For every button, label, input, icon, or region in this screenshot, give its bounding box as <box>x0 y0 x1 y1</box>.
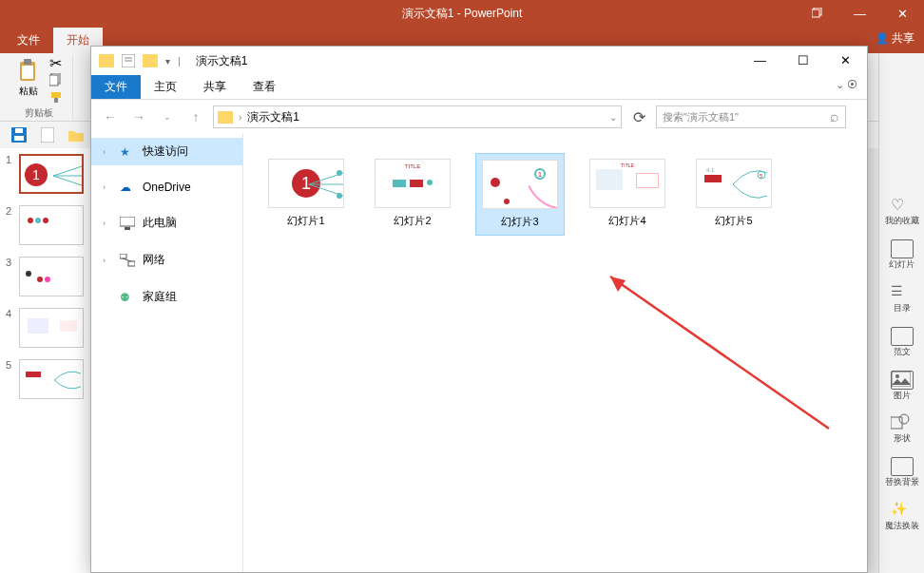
nav-network[interactable]: › 网络 <box>91 246 242 274</box>
file-item-4[interactable]: TITLE 幻灯片4 <box>584 153 671 234</box>
svg-line-13 <box>53 166 82 176</box>
search-input[interactable]: 搜索"演示文稿1" ⌕ <box>656 105 846 128</box>
svg-rect-3 <box>24 59 31 65</box>
explorer-ribbon-tabs: 文件 主页 共享 查看 ⌄ ⦿ <box>91 75 867 100</box>
paste-button[interactable]: 粘贴 <box>11 55 46 101</box>
sidebar-slide[interactable]: 幻灯片 <box>889 239 914 270</box>
folder-icon <box>99 54 114 67</box>
nav-this-pc[interactable]: › 此电脑 <box>91 209 242 237</box>
up-button[interactable]: ↑ <box>184 105 207 128</box>
svg-point-32 <box>337 193 342 199</box>
folder-icon <box>143 54 158 67</box>
forward-button[interactable]: → <box>127 105 150 128</box>
cut-icon[interactable]: ✂ <box>49 55 67 70</box>
monitor-icon <box>120 217 135 230</box>
folder-icon <box>218 111 233 124</box>
ppt-titlebar: 演示文稿1 - PowerPoint — ✕ <box>0 0 924 27</box>
shape-icon <box>891 413 914 432</box>
slide-thumb-2[interactable]: 2 <box>6 205 85 245</box>
close-button[interactable]: ✕ <box>824 47 867 73</box>
explorer-file-list[interactable]: 1 幻灯片1 TITLE 幻灯片2 1 幻灯片3 TITLE 幻灯片4 4.15… <box>243 134 867 572</box>
background-icon <box>891 457 914 476</box>
explorer-tab-file[interactable]: 文件 <box>91 75 141 99</box>
explorer-tab-view[interactable]: 查看 <box>240 75 289 99</box>
format-painter-icon[interactable] <box>49 89 67 105</box>
svg-rect-8 <box>54 98 58 103</box>
search-icon[interactable]: ⌕ <box>830 108 839 125</box>
slide-thumb-1[interactable]: 1 1 <box>6 154 85 194</box>
file-thumbnail: TITLE <box>589 159 665 208</box>
chevron-right-icon: › <box>103 256 112 265</box>
svg-rect-25 <box>120 254 126 258</box>
svg-marker-36 <box>610 277 626 292</box>
slide-thumb-3[interactable]: 3 <box>6 257 85 296</box>
slide-thumb-4[interactable]: 4 <box>6 308 85 348</box>
nav-onedrive[interactable]: › ☁ OneDrive <box>91 175 242 200</box>
file-thumbnail: 4.15 <box>696 159 772 208</box>
minimize-button[interactable]: — <box>739 47 781 73</box>
refresh-button[interactable]: ⟳ <box>627 105 650 128</box>
sidebar-template[interactable]: 范文 <box>891 327 914 357</box>
explorer-body: › ★ 快速访问 › ☁ OneDrive › 此电脑 › 网络 <box>91 134 867 572</box>
address-bar[interactable]: › 演示文稿1 ⌄ <box>213 105 622 128</box>
back-button[interactable]: ← <box>99 105 122 128</box>
addressbar-dropdown[interactable]: ⌄ <box>609 112 617 123</box>
sidebar-shape[interactable]: 形状 <box>891 413 914 444</box>
file-item-2[interactable]: TITLE 幻灯片2 <box>369 153 456 234</box>
explorer-title: 演示文稿1 <box>196 53 248 69</box>
explorer-titlebar[interactable]: ▾ | 演示文稿1 — ☐ ✕ <box>91 47 867 75</box>
svg-line-35 <box>610 277 829 429</box>
network-icon <box>120 254 135 267</box>
homegroup-icon: ⚉ <box>120 291 135 304</box>
slide-thumbnails-panel: 1 1 2 3 4 5 <box>0 148 91 573</box>
share-button[interactable]: 共享 <box>876 30 914 47</box>
svg-rect-10 <box>14 136 24 141</box>
save-icon[interactable] <box>10 125 29 144</box>
open-icon[interactable] <box>67 125 86 144</box>
tab-file[interactable]: 文件 <box>4 28 53 53</box>
svg-line-15 <box>53 176 82 185</box>
chevron-right-icon: › <box>103 147 112 157</box>
explorer-navigation-pane: › ★ 快速访问 › ☁ OneDrive › 此电脑 › 网络 <box>91 134 243 572</box>
annotation-arrow <box>591 267 838 438</box>
copy-icon[interactable] <box>49 72 67 87</box>
nav-homegroup[interactable]: ⚉ 家庭组 <box>91 283 242 311</box>
explorer-tab-share[interactable]: 共享 <box>190 75 240 99</box>
svg-rect-18 <box>891 417 902 429</box>
svg-point-31 <box>337 170 342 176</box>
svg-rect-11 <box>15 128 23 133</box>
file-item-3[interactable]: 1 幻灯片3 <box>475 153 565 236</box>
explorer-window-controls: — ☐ ✕ <box>739 47 867 73</box>
file-thumbnail: 1 <box>268 159 344 208</box>
svg-rect-1 <box>812 10 819 17</box>
svg-rect-6 <box>49 75 58 86</box>
maximize-button[interactable]: ☐ <box>781 47 824 73</box>
help-icon[interactable]: ⌄ ⦿ <box>836 79 857 91</box>
slide-thumb-5[interactable]: 5 <box>6 359 85 399</box>
minimize-icon[interactable]: — <box>838 0 881 27</box>
new-icon[interactable] <box>38 125 57 144</box>
close-icon[interactable]: ✕ <box>881 0 924 27</box>
recent-dropdown[interactable]: ⌄ <box>156 105 179 128</box>
sidebar-bg[interactable]: 替换背景 <box>885 457 919 487</box>
explorer-tab-home[interactable]: 主页 <box>141 75 190 99</box>
sidebar-collection[interactable]: ♡我的收藏 <box>885 196 919 226</box>
sidebar-magic[interactable]: ✨魔法换装 <box>885 501 919 531</box>
file-thumbnail: 1 <box>482 160 558 209</box>
file-item-5[interactable]: 4.15 幻灯片5 <box>690 153 778 234</box>
sidebar-toc[interactable]: ☰目录 <box>891 283 914 314</box>
ppt-restore-icon[interactable] <box>796 0 838 27</box>
nav-quick-access[interactable]: › ★ 快速访问 <box>91 138 242 165</box>
ppt-window-controls: — ✕ <box>796 0 924 27</box>
breadcrumb-item[interactable]: 演示文稿1 <box>247 109 299 125</box>
svg-rect-4 <box>22 66 33 79</box>
clipboard-group: 粘贴 ✂ 剪贴板 <box>6 55 73 119</box>
cloud-icon: ☁ <box>120 181 135 194</box>
svg-rect-7 <box>51 92 61 98</box>
svg-text:5: 5 <box>760 173 763 179</box>
sidebar-image[interactable]: 图片 <box>891 371 914 401</box>
file-item-1[interactable]: 1 幻灯片1 <box>262 153 350 234</box>
chevron-right-icon: › <box>103 219 112 228</box>
properties-icon[interactable] <box>122 54 135 67</box>
svg-point-19 <box>899 414 909 424</box>
